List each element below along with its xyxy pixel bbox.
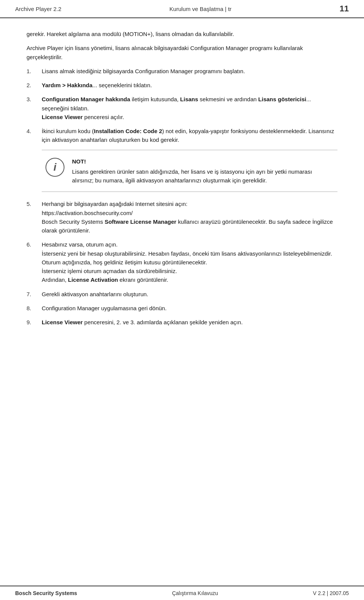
list-item-9: 9. License Viewer penceresini, 2. ve 3. … [27, 318, 337, 327]
intro-paragraph-1: gerekir. Hareket algılama ana modülü (MO… [27, 30, 337, 38]
item-text-8: Configuration Manager uygulamasına geri … [42, 304, 337, 313]
item-number-9: 9. [27, 318, 42, 327]
footer-doc-title: Çalıştırma Kılavuzu [172, 590, 218, 596]
list-item-4: 4. İkinci kurulum kodu (Installation Cod… [27, 127, 337, 145]
item-number-7: 7. [27, 290, 42, 298]
item-text-6: Hesabınız varsa, oturum açın. İsterseniz… [42, 240, 337, 284]
item-bold-2: Yardım > Hakkında [42, 82, 93, 88]
item-number-4: 4. [27, 127, 42, 145]
note-title: NOT! [72, 157, 334, 166]
list-item-6: 6. Hesabınız varsa, oturum açın. İsterse… [27, 240, 337, 284]
item-text-5: Herhangi bir bilgisayardan aşağıdaki Int… [42, 199, 337, 235]
list-item-1: 1. Lisans almak istediğiniz bilgisayarda… [27, 67, 337, 75]
item-number-1: 1. [27, 67, 42, 75]
item-bold-6: License Activation [68, 276, 118, 283]
note-box: i NOT! Lisans gerektiren ürünler satın a… [42, 150, 337, 192]
list-item-2: 2. Yardım > Hakkında... seçeneklerini tı… [27, 81, 337, 90]
item-text-7: Gerekli aktivasyon anahtarlarını oluştur… [42, 290, 337, 298]
intro-paragraph-2: Archive Player için lisans yönetimi, lis… [27, 44, 337, 61]
list-item-5: 5. Herhangi bir bilgisayardan aşağıdaki … [27, 199, 337, 235]
note-content: NOT! Lisans gerektiren ürünler satın ald… [72, 157, 334, 185]
item-number-5: 5. [27, 199, 42, 235]
item-number-3: 3. [27, 95, 42, 121]
item-bold-3b: Lisans [180, 96, 198, 102]
app-title: Archive Player 2.2 [15, 6, 61, 12]
page-header: Archive Player 2.2 Kurulum ve Başlatma |… [0, 0, 364, 18]
item-number-8: 8. [27, 304, 42, 313]
footer-version: V 2.2 | 2007.05 [313, 590, 349, 596]
info-icon: i [46, 158, 64, 177]
page-footer: Bosch Security Systems Çalıştırma Kılavu… [0, 586, 364, 600]
item-bold-3a: Configuration Manager hakkında [42, 96, 130, 102]
item-text-3: Configuration Manager hakkında iletişim … [42, 95, 337, 121]
list-item-8: 8. Configuration Manager uygulamasına ge… [27, 304, 337, 313]
item-bold-3c: Lisans göstericisi [258, 96, 306, 102]
list-item-7: 7. Gerekli aktivasyon anahtarlarını oluş… [27, 290, 337, 298]
item-subline-bold-3: License Viewer [42, 114, 83, 120]
item-text-2: Yardım > Hakkında... seçeneklerini tıkla… [42, 81, 337, 90]
note-text: Lisans gerektiren ürünler satın aldığını… [72, 168, 312, 184]
item-bold-5: Software License Manager [105, 218, 176, 225]
footer-company: Bosch Security Systems [15, 590, 77, 596]
main-content: gerekir. Hareket algılama ana modülü (MO… [0, 18, 364, 362]
item-bold-4: Installation Code: Code 2 [94, 128, 162, 134]
item-text-4: İkinci kurulum kodu (Installation Code: … [42, 127, 337, 145]
item-bold-9: License Viewer [42, 319, 83, 325]
chapter-title: Kurulum ve Başlatma | tr [169, 6, 232, 12]
page-number: 11 [340, 4, 349, 14]
item-text-9: License Viewer penceresini, 2. ve 3. adı… [42, 318, 337, 327]
item-number-2: 2. [27, 81, 42, 90]
item-number-6: 6. [27, 240, 42, 284]
list-item-3: 3. Configuration Manager hakkında iletiş… [27, 95, 337, 121]
item-text-1: Lisans almak istediğiniz bilgisayarda Co… [42, 67, 337, 75]
